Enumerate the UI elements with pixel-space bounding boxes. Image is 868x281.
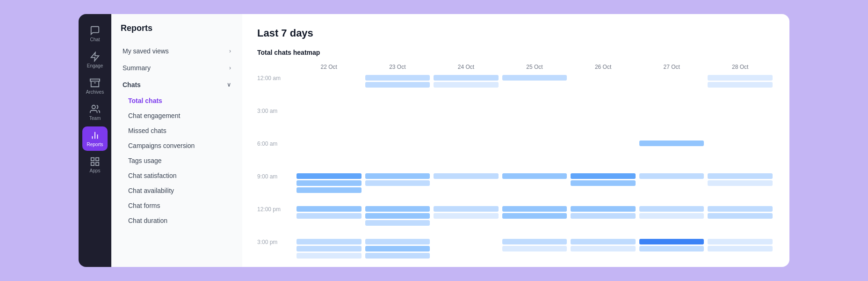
heat-bar bbox=[639, 246, 704, 251]
heatmap-cell-2-5 bbox=[637, 140, 706, 172]
heat-bar bbox=[708, 206, 773, 212]
heat-bar bbox=[708, 239, 773, 244]
sidebar-sub-item-missed-chats[interactable]: Missed chats bbox=[119, 123, 235, 138]
heatmap-cell-2-1 bbox=[363, 140, 432, 172]
sidebar-sub-item-chat-duration[interactable]: Chat duration bbox=[119, 213, 235, 228]
nav-label-team: Team bbox=[89, 116, 101, 121]
heatmap-cell-1-5 bbox=[637, 107, 706, 140]
sidebar-title: Reports bbox=[119, 23, 235, 33]
heat-bar bbox=[297, 213, 362, 219]
nav-label-engage: Engage bbox=[87, 63, 103, 68]
heatmap-cell-5-0 bbox=[295, 238, 363, 267]
heatmap-cell-0-2 bbox=[432, 74, 500, 107]
heat-bar bbox=[502, 206, 567, 212]
heatmap-grid: 22 Oct 23 Oct 24 Oct 25 Oct 26 Oct 27 Oc… bbox=[257, 64, 774, 74]
heat-bar bbox=[297, 173, 362, 179]
heatmap-cell-5-5 bbox=[637, 238, 706, 267]
heatmap-rows: 12:00 am3:00 am6:00 am9:00 am12:00 pm3:0… bbox=[257, 74, 774, 267]
heatmap-cell-2-6 bbox=[706, 140, 774, 172]
heat-bar bbox=[708, 180, 773, 186]
nav-label-apps: Apps bbox=[90, 168, 101, 173]
heat-bar bbox=[297, 246, 362, 251]
heat-bar bbox=[571, 173, 636, 179]
sidebar-item-saved-views[interactable]: My saved views › bbox=[119, 43, 235, 59]
app-container: Chat Engage Archives Team bbox=[79, 14, 789, 267]
heat-bar bbox=[502, 246, 567, 251]
heat-bar bbox=[365, 239, 430, 244]
heatmap-cell-0-4 bbox=[569, 74, 637, 107]
time-label-5: 3:00 pm bbox=[257, 238, 295, 267]
heatmap-cell-1-6 bbox=[706, 107, 774, 140]
heat-bar bbox=[434, 206, 499, 212]
icon-nav: Chat Engage Archives Team bbox=[79, 14, 111, 267]
heat-bar bbox=[639, 239, 704, 244]
heat-bar bbox=[708, 173, 773, 179]
sidebar-item-summary[interactable]: Summary › bbox=[119, 59, 235, 76]
time-label-4: 12:00 pm bbox=[257, 205, 295, 238]
heat-bar bbox=[571, 239, 636, 244]
heat-bar bbox=[365, 173, 430, 179]
heatmap-cell-5-2 bbox=[432, 238, 500, 267]
sidebar-sub-item-total-chats[interactable]: Total chats bbox=[119, 93, 235, 108]
heatmap-col-5: 27 Oct bbox=[637, 64, 706, 74]
nav-label-archives: Archives bbox=[86, 89, 104, 95]
heat-bar bbox=[365, 75, 430, 81]
sidebar-sub-item-chat-availability[interactable]: Chat availability bbox=[119, 183, 235, 198]
heatmap-container: 22 Oct 23 Oct 24 Oct 25 Oct 26 Oct 27 Oc… bbox=[257, 64, 774, 267]
heatmap-cell-3-3 bbox=[500, 172, 569, 205]
nav-label-chat: Chat bbox=[90, 37, 100, 42]
heat-bar bbox=[571, 180, 636, 186]
time-label-3: 9:00 am bbox=[257, 172, 295, 205]
svg-rect-1 bbox=[90, 79, 100, 81]
heat-bar bbox=[297, 180, 362, 186]
sidebar-sub-item-chat-satisfaction[interactable]: Chat satisfaction bbox=[119, 168, 235, 183]
nav-item-chat[interactable]: Chat bbox=[82, 22, 108, 46]
time-label-1: 3:00 am bbox=[257, 107, 295, 140]
heat-bar bbox=[639, 173, 704, 179]
sidebar-sub-item-tags-usage[interactable]: Tags usage bbox=[119, 153, 235, 168]
heatmap-row-0: 12:00 am bbox=[257, 74, 774, 107]
heatmap-cell-0-5 bbox=[637, 74, 706, 107]
sidebar-sub-item-chat-engagement[interactable]: Chat engagement bbox=[119, 108, 235, 123]
heat-bar bbox=[639, 206, 704, 212]
nav-item-team[interactable]: Team bbox=[82, 100, 108, 125]
heat-bar bbox=[708, 75, 773, 81]
svg-rect-9 bbox=[96, 163, 99, 165]
heat-bar bbox=[571, 246, 636, 251]
heatmap-cell-4-3 bbox=[500, 205, 569, 238]
heatmap-cell-5-3 bbox=[500, 238, 569, 267]
heat-bar bbox=[297, 253, 362, 259]
heatmap-row-2: 6:00 am bbox=[257, 140, 774, 172]
heatmap-cell-2-0 bbox=[295, 140, 363, 172]
heat-bar bbox=[365, 206, 430, 212]
heat-bar bbox=[502, 173, 567, 179]
heatmap-cell-0-0 bbox=[295, 74, 363, 107]
heatmap-cell-1-4 bbox=[569, 107, 637, 140]
heatmap-cell-3-1 bbox=[363, 172, 432, 205]
heatmap-cell-4-5 bbox=[637, 205, 706, 238]
heat-bar bbox=[502, 213, 567, 219]
heat-bar bbox=[365, 213, 430, 219]
heat-bar bbox=[297, 187, 362, 193]
heatmap-title: Total chats heatmap bbox=[257, 49, 774, 56]
heatmap-cell-5-4 bbox=[569, 238, 637, 267]
heatmap-col-4: 26 Oct bbox=[569, 64, 637, 74]
heat-bar bbox=[708, 213, 773, 219]
heatmap-col-3: 25 Oct bbox=[500, 64, 569, 74]
svg-rect-8 bbox=[96, 158, 99, 161]
svg-rect-7 bbox=[91, 158, 94, 161]
sidebar-item-chats[interactable]: Chats ∨ bbox=[119, 76, 235, 93]
heatmap-col-6: 28 Oct bbox=[706, 64, 774, 74]
sidebar-sub-item-campaigns-conversion[interactable]: Campaigns conversion bbox=[119, 138, 235, 153]
nav-item-reports[interactable]: Reports bbox=[82, 126, 108, 151]
nav-item-archives[interactable]: Archives bbox=[82, 74, 108, 98]
sidebar-sub-item-chat-forms[interactable]: Chat forms bbox=[119, 198, 235, 213]
svg-rect-10 bbox=[91, 163, 94, 165]
heat-bar bbox=[639, 213, 704, 219]
nav-item-apps[interactable]: Apps bbox=[82, 153, 108, 177]
heatmap-cell-0-1 bbox=[363, 74, 432, 107]
nav-item-engage[interactable]: Engage bbox=[82, 48, 108, 72]
svg-marker-0 bbox=[91, 52, 99, 61]
svg-point-3 bbox=[92, 105, 95, 109]
heatmap-cell-2-4 bbox=[569, 140, 637, 172]
